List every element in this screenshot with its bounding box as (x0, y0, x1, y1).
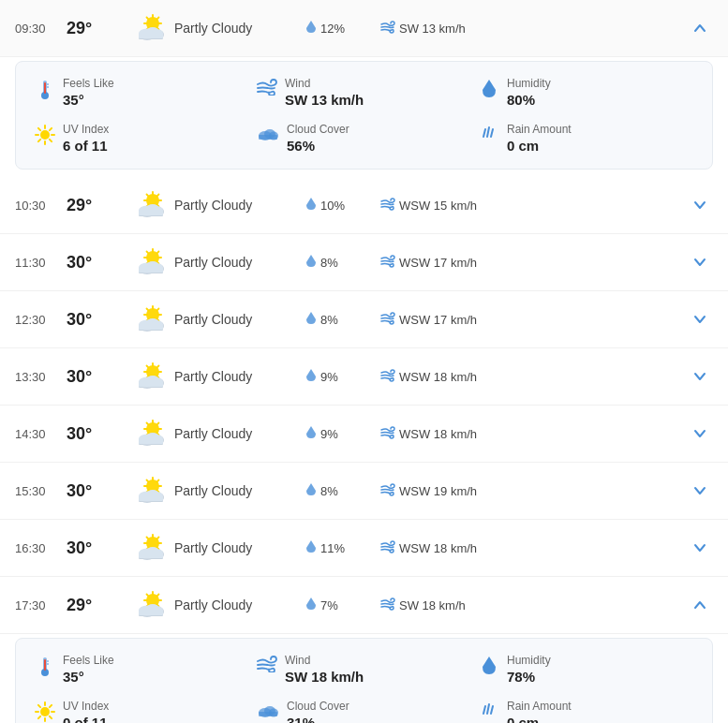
humidity-detail: Humidity 80% (479, 77, 693, 108)
wind-info: WSW 17 km/h (380, 311, 687, 329)
weather-icon (127, 531, 174, 565)
humidity-icon (479, 656, 499, 681)
svg-line-187 (38, 716, 40, 718)
temperature: 30° (67, 481, 127, 501)
svg-line-29 (50, 128, 52, 130)
precip-drop-icon (305, 539, 317, 557)
wind-detail-label: Wind (285, 77, 364, 90)
chevron-down-icon[interactable] (687, 484, 713, 497)
wind-detail-icon (257, 79, 277, 100)
chevron-up-icon[interactable] (687, 598, 713, 612)
hourly-row[interactable]: 16:30 30° Partly Cloudy 11% (0, 520, 728, 577)
precipitation: 11% (305, 539, 380, 557)
svg-line-128 (147, 480, 149, 482)
hourly-row[interactable]: 12:30 30° Partly Cloudy 8% (0, 291, 728, 348)
hourly-row[interactable]: 11:30 30° Partly Cloudy 8% (0, 234, 728, 291)
hourly-row[interactable]: 10:30 29° Partly Cloudy 10% (0, 177, 728, 234)
precipitation: 10% (305, 197, 380, 214)
svg-rect-88 (139, 325, 163, 331)
chevron-down-icon[interactable] (687, 256, 713, 269)
svg-rect-54 (139, 211, 163, 216)
wind-detail-label: Wind (285, 654, 364, 667)
wind-icon (380, 368, 395, 386)
condition-label: Partly Cloudy (174, 426, 305, 441)
svg-line-43 (147, 195, 149, 197)
rain-label: Rain Amount (507, 123, 572, 136)
humidity-value: 80% (507, 92, 551, 108)
temperature: 29° (67, 19, 127, 38)
weather-icon (127, 474, 174, 508)
cloud-icon (257, 125, 279, 146)
svg-line-60 (147, 252, 149, 254)
svg-line-145 (147, 538, 149, 539)
humidity-value: 78% (507, 669, 551, 685)
cloud-detail: Cloud Cover 56% (257, 123, 471, 154)
time-label: 17:30 (15, 598, 67, 612)
svg-line-193 (487, 704, 489, 714)
precip-value: 11% (320, 541, 345, 555)
time-label: 16:30 (15, 541, 67, 555)
chevron-down-icon[interactable] (687, 199, 713, 212)
wind-info: WSW 18 km/h (380, 368, 687, 386)
time-label: 11:30 (15, 256, 67, 270)
svg-rect-71 (139, 268, 163, 273)
cloud-detail: Cloud Cover 31% (257, 700, 471, 723)
hourly-row[interactable]: 14:30 30° Partly Cloudy 9% (0, 406, 728, 463)
precipitation: 8% (305, 311, 380, 329)
condition-label: Partly Cloudy (174, 369, 305, 384)
uv-label: UV Index (63, 700, 109, 713)
chevron-down-icon[interactable] (687, 427, 713, 440)
temperature: 30° (67, 539, 127, 558)
temperature: 29° (67, 196, 127, 215)
detail-panel: Feels Like 35° Wind SW 18 km/h Humidity … (15, 638, 713, 723)
svg-line-186 (50, 705, 52, 707)
svg-line-185 (50, 716, 52, 718)
temperature: 30° (67, 367, 127, 387)
chevron-down-icon[interactable] (687, 370, 713, 383)
precip-value: 9% (320, 370, 338, 384)
temperature: 30° (67, 424, 127, 444)
feels-like-detail: Feels Like 35° (35, 654, 249, 685)
wind-info: SW 18 km/h (380, 597, 687, 614)
precip-drop-icon (305, 311, 317, 329)
svg-point-22 (40, 130, 50, 140)
wind-info: WSW 18 km/h (380, 425, 687, 443)
wind-icon (380, 20, 395, 37)
chevron-down-icon[interactable] (687, 313, 713, 326)
humidity-label: Humidity (507, 654, 551, 667)
condition-label: Partly Cloudy (174, 540, 305, 555)
hourly-row[interactable]: 15:30 30° Partly Cloudy 8% (0, 463, 728, 520)
svg-rect-176 (44, 659, 46, 671)
svg-line-184 (38, 705, 40, 707)
wind-info: WSW 15 km/h (380, 197, 687, 214)
time-label: 14:30 (15, 427, 67, 441)
wind-detail-value: SW 13 km/h (285, 92, 364, 108)
hourly-row[interactable]: 13:30 30° Partly Cloudy 9% (0, 348, 728, 406)
svg-line-35 (483, 129, 485, 137)
wind-info: WSW 19 km/h (380, 482, 687, 500)
svg-line-27 (38, 128, 40, 130)
precipitation: 8% (305, 254, 380, 272)
chevron-up-icon[interactable] (687, 22, 713, 35)
svg-line-62 (156, 252, 158, 254)
hourly-row[interactable]: 17:30 29° Partly Cloudy 7% (0, 577, 728, 634)
rain-value: 0 cm (507, 138, 572, 154)
condition-label: Partly Cloudy (174, 483, 305, 498)
svg-line-130 (156, 480, 158, 482)
precipitation: 9% (305, 425, 380, 443)
wind-icon (380, 197, 395, 214)
chevron-down-icon[interactable] (687, 541, 713, 554)
hourly-row[interactable]: 09:30 29° Partly Cloudy 12% (0, 0, 728, 57)
rain-label: Rain Amount (507, 700, 572, 713)
cloud-icon (257, 701, 279, 723)
weather-icon (127, 245, 174, 279)
wind-icon (380, 539, 395, 557)
wind-value: WSW 17 km/h (399, 256, 477, 270)
uv-value: 6 of 11 (63, 138, 109, 154)
time-label: 15:30 (15, 484, 67, 498)
thermometer-icon (35, 79, 55, 106)
wind-info: SW 13 km/h (380, 20, 687, 37)
svg-rect-16 (139, 34, 163, 39)
uv-detail: UV Index 6 of 11 (35, 123, 249, 154)
svg-line-36 (487, 127, 489, 137)
